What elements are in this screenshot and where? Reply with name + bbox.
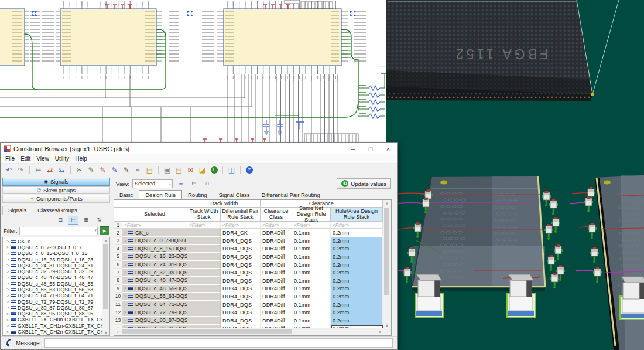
cell-diff-pair-rule-stack[interactable]: DDR4_CK [221,229,261,237]
net-swap-icon[interactable]: ⇄ [44,165,56,175]
cell-same-net-rule-stack[interactable]: 0.1mm [292,317,331,325]
edit-stack-icon[interactable]: ✎ [109,165,120,175]
redo-icon[interactable]: ↷ [15,165,26,175]
cell-same-net-rule-stack[interactable]: 0.1mm [292,301,331,309]
column-header-rownum[interactable] [114,208,122,222]
tree-item[interactable]: >DQSU_c_64_71-DQSU_t_64_71 [3,293,102,298]
report-icon[interactable]: ◪ [197,165,208,175]
expander-icon[interactable]: > [6,239,9,243]
ecad-icon[interactable]: E [208,165,220,175]
expander-icon[interactable]: > [6,324,9,328]
expander-icon[interactable]: > [124,263,126,267]
cell-track-width-stack[interactable] [187,261,221,269]
column-header-differential-pair-rule-stack[interactable]: Differential Pair Rule Stack [221,208,261,222]
cell-selected[interactable]: >DQSU_c_72_79-DQSU_t_72_79 [122,308,187,317]
cell-hole-area-rule-stack[interactable]: 0.2mm [331,301,383,309]
scroll-down-icon[interactable]: ∨ [383,322,390,328]
expander-icon[interactable]: > [6,252,9,256]
cell-hole-area-rule-stack[interactable]: 0.2mm [331,317,383,325]
update-values-button[interactable]: ↻ Update values [337,178,391,189]
cell-clearance-class[interactable]: DDR4Diff [261,261,292,269]
probe-icon[interactable]: ⌖ [132,165,143,175]
cell-clearance-class[interactable]: DDR4Diff [261,301,292,309]
expander-icon[interactable]: > [6,318,9,322]
tab-signal-class[interactable]: Signal Class [213,191,256,199]
nav-button-skew-groups[interactable]: ◷Skew groups [2,186,110,195]
cell-clearance-class[interactable]: DDR4Diff [261,285,292,293]
cell-same-net-rule-stack[interactable]: 0.1mm [292,229,331,237]
cell-hole-area-rule-stack[interactable]: 0.2mm [331,245,383,253]
column-header-track-width-stack[interactable]: Track Width Stack [187,208,221,222]
sort-icon[interactable]: ⇅ [94,216,104,225]
tree-item[interactable]: >GXBL1F_TX_CH2n-GXBL1F_TX_CH2p [3,329,102,335]
net-return-icon[interactable]: ⇆ [56,165,67,175]
save-icon[interactable]: ▤ [144,165,155,175]
scroll-left-icon[interactable]: ‹ [114,328,121,335]
edit-rules-icon[interactable]: ✎ [97,165,108,175]
filter-input[interactable]: ▾ [19,227,98,235]
column-header-clearance-class[interactable]: Clearance Class [261,208,292,222]
cell-clearance-class[interactable]: DDR4Diff [261,229,292,237]
cell-hole-area-rule-stack[interactable]: 0.2mm [331,261,383,269]
tree-item[interactable]: >DQSU_c_16_23-DQSU_t_16_23 [3,256,102,262]
tab-design-rule[interactable]: Design Rule [139,190,182,199]
cell-clearance-class[interactable]: DDR4Diff [261,277,292,285]
table-row[interactable]: 13>DQSU_c_80_87-DQSU_t_80_87DDR4_DQSDDR4… [114,317,383,325]
collapse-all-icon[interactable]: ⊟ [55,216,66,225]
table-row[interactable]: 3>DQSU_c_0_7-DQSU_t_0_7DDR4_DQSDDR4Diff0… [114,237,383,245]
cell-track-width-stack[interactable] [187,277,221,285]
filter-cell[interactable]: <Filter> [261,222,292,229]
tree-item[interactable]: >DQSU_c_0_7-DQSU_t_0_7 [3,244,102,250]
tree-item[interactable]: >DQSU_c_88_95-DQSU_t_88_95 [3,311,102,317]
nav-button-components-parts[interactable]: ✦Components/Parts [2,195,110,203]
cell-selected[interactable]: >DQSU_c_56_63-DQSU_t_56_63 [122,293,187,301]
undo-icon[interactable]: ↶ [4,165,15,175]
menu-utility[interactable]: Utility [52,155,72,162]
expander-icon[interactable]: > [124,278,126,283]
table-vertical-scrollbar[interactable]: ∧ ∨ [383,200,391,328]
expander-icon[interactable]: > [124,318,126,322]
cell-track-width-stack[interactable] [187,317,221,325]
tree-item[interactable]: >DQSU_c_48_55-DQSU_t_48_55 [3,281,102,287]
cell-clearance-class[interactable]: DDR4Diff [261,253,292,261]
tree-item[interactable]: >DQSU_c_8_15-DQSU_t_8_15 [3,250,102,256]
dropdown-arrow-icon[interactable]: ▾ [94,228,97,233]
pair-view-icon[interactable]: ⊨ [68,216,78,225]
scroll-right-icon[interactable]: › [376,328,383,335]
cell-diff-pair-rule-stack[interactable]: DDR4_DQS [221,253,261,261]
cell-diff-pair-rule-stack[interactable]: DDR4_DQS [221,317,261,325]
cell-selected[interactable]: >DQSU_c_64_71-DQSU_t_64_71 [122,301,187,309]
window-layout-icon[interactable]: ◫ [226,165,237,175]
cell-same-net-rule-stack[interactable]: 0.1mm [292,285,331,293]
apply-filter-button[interactable]: ▶ [100,226,109,235]
expander-icon[interactable]: > [6,300,9,304]
expander-icon[interactable]: > [124,254,126,259]
column-header-same-net-design-rule-stack[interactable]: Same Net Design Rule Stack [292,208,331,222]
cell-track-width-stack[interactable] [187,229,221,237]
expander-icon[interactable]: > [124,239,126,243]
close-button[interactable]: × [379,143,397,154]
cell-hole-area-rule-stack[interactable]: 0.2mm [331,308,383,317]
expander-icon[interactable]: > [6,263,9,267]
expander-icon[interactable]: > [124,294,126,298]
expander-icon[interactable]: > [6,294,9,298]
expander-icon[interactable]: > [124,270,126,274]
scroll-down-icon[interactable]: ∨ [102,329,109,335]
3d-viewport[interactable]: FBGA 1152 [386,0,644,350]
menu-file[interactable]: File [2,155,18,162]
cell-selected[interactable]: >DQSU_c_80_87-DQSU_t_80_87 [122,317,187,325]
cell-same-net-rule-stack[interactable]: 0.1mm [292,245,331,253]
cell-selected[interactable]: >DQSU_c_24_31-DQSU_t_24_31 [122,261,187,269]
cell-same-net-rule-stack[interactable]: 0.1mm [292,261,331,269]
cell-hole-area-rule-stack[interactable]: 0.2mm [331,293,383,301]
cell-selected[interactable]: >DQSU_c_0_7-DQSU_t_0_7 [122,237,187,245]
tree-scrollbar[interactable]: ∧ ∨ [102,237,109,335]
help-icon[interactable]: ? [244,165,255,175]
maximize-button[interactable]: □ [362,143,379,154]
cell-diff-pair-rule-stack[interactable]: DDR4_DQS [221,293,261,301]
expander-icon[interactable]: > [6,270,9,274]
cell-hole-area-rule-stack[interactable]: 0.2mm [331,285,383,293]
edit-levels-icon[interactable]: ✎ [121,165,132,175]
cell-selected[interactable]: >CK_c [122,229,187,237]
table-row[interactable]: 6>DQSU_c_24_31-DQSU_t_24_31DDR4_DQSDDR4D… [114,261,383,269]
